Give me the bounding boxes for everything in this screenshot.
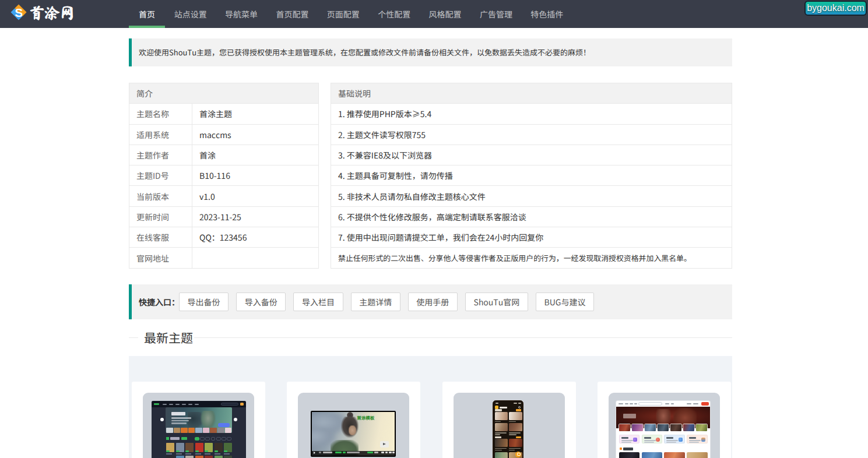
svg-text:S: S: [15, 5, 23, 19]
